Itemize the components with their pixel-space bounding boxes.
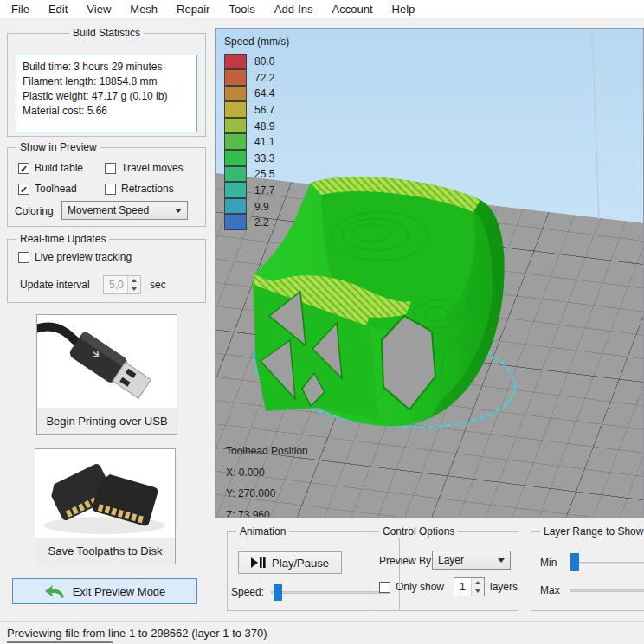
speed-legend-title: Speed (mm/s) [224,35,289,48]
control-options-group: Control Options Preview By Layer Only sh… [370,531,518,611]
coloring-label: Coloring [15,205,54,217]
legend-swatch [224,198,247,215]
legend-row: 9.9 [224,198,289,215]
toolhead-position-title: Toolhead Position [226,444,308,460]
chevron-down-icon [498,558,505,563]
toolhead-position-readout: Toolhead Position X: 0.000 Y: 270.000 Z:… [226,444,308,518]
begin-printing-usb-button[interactable]: Begin Printing over USB [36,314,177,435]
coloring-dropdown[interactable]: Movement Speed [61,201,188,220]
green-back-arrow-icon [44,584,65,599]
legend-value: 2.2 [254,216,269,229]
checkbox-only-show[interactable]: Only show [379,581,444,593]
status-bar: Previewing file from line 1 to 298662 (l… [0,621,644,644]
checkbox-toolhead-label: Toolhead [35,183,77,195]
usb-cable-image [37,315,177,408]
min-slider-groove[interactable] [570,562,644,564]
speed-legend: Speed (mm/s) 80.0 72.2 64.4 56.7 48.9 41… [224,35,289,231]
preview-3d-viewport[interactable]: Speed (mm/s) 80.0 72.2 64.4 56.7 48.9 41… [215,28,644,518]
exit-preview-mode-button[interactable]: Exit Preview Mode [12,578,197,604]
layer-range-title: Layer Range to Show [540,525,644,538]
legend-swatch [224,214,247,230]
play-pause-button[interactable]: Play/Pause [238,551,342,574]
legend-swatch [224,69,247,86]
checkbox-build-table-box[interactable]: ✓ [18,163,29,174]
max-label: Max [540,584,560,596]
menu-view[interactable]: View [77,0,120,19]
legend-value: 72.2 [254,72,274,84]
speed-slider-handle[interactable] [274,584,282,601]
build-statistics-box: Build time: 3 hours 29 minutes Filament … [16,55,197,132]
legend-swatch [224,133,247,150]
checkbox-only-show-box[interactable] [379,582,390,593]
checkbox-retractions[interactable]: Retractions [105,183,174,195]
checkbox-travel-moves[interactable]: Travel moves [105,162,184,174]
legend-row: 17.7 [224,183,289,199]
legend-value: 33.3 [254,152,274,164]
legend-row: 33.3 [224,151,289,167]
only-show-spinner[interactable]: 1 [454,577,485,596]
checkbox-toolhead-box[interactable]: ✓ [18,184,29,195]
exit-preview-mode-label: Exit Preview Mode [73,585,166,598]
legend-value: 48.9 [254,120,274,132]
checkbox-toolhead[interactable]: ✓ Toolhead [18,183,77,195]
menu-edit[interactable]: Edit [39,0,77,19]
legend-value: 17.7 [254,184,274,196]
legend-swatch [224,86,247,102]
stat-build-time: Build time: 3 hours 29 minutes [23,60,190,74]
control-options-title: Control Options [379,525,458,538]
spin-up-icon[interactable] [472,578,484,587]
max-slider-groove[interactable] [570,589,644,592]
play-pause-label: Play/Pause [272,557,329,570]
spin-up-icon[interactable] [128,276,140,285]
checkbox-travel-moves-box[interactable] [105,163,116,174]
menu-mesh[interactable]: Mesh [120,0,167,19]
checkbox-retractions-box[interactable] [105,184,116,195]
only-show-spin-buttons[interactable] [471,578,484,596]
stat-filament-length: Filament length: 18854.8 mm [23,74,190,89]
update-interval-value: 5,0 [104,276,127,293]
checkbox-travel-moves-label: Travel moves [121,162,184,174]
menu-help[interactable]: Help [383,0,425,19]
legend-value: 64.4 [254,87,274,100]
legend-row: 72.2 [224,70,289,87]
preview-by-dropdown[interactable]: Layer [432,551,511,570]
menu-addins[interactable]: Add-Ins [265,0,323,19]
toolhead-x: X: 0.000 [226,466,308,481]
show-in-preview-group: Show in Preview ✓ Build table Travel mov… [7,147,206,227]
spin-down-icon[interactable] [472,587,484,596]
checkbox-live-preview-box[interactable] [18,252,29,263]
checkbox-build-table[interactable]: ✓ Build table [18,162,83,174]
min-label: Min [540,557,557,569]
only-show-value: 1 [454,578,471,596]
preview-by-label: Preview By [379,555,431,567]
toolhead-z: Z: 73.960 [226,508,308,518]
legend-swatch [224,101,247,118]
menu-repair[interactable]: Repair [167,0,219,19]
realtime-updates-group: Real-time Updates Live preview tracking … [7,239,206,303]
menu-account[interactable]: Account [323,0,383,19]
layer-range-group: Layer Range to Show Min Max [531,531,644,611]
legend-value: 41.1 [254,136,274,148]
legend-row: 64.4 [224,86,289,102]
stat-plastic-weight: Plastic weight: 47.17 g (0.10 lb) [23,89,190,104]
update-interval-spinner[interactable]: 5,0 [103,275,141,294]
spin-down-icon[interactable] [128,285,140,293]
preview-by-value: Layer [438,554,493,566]
save-toolpaths-button[interactable]: Save Toolpaths to Disk [35,448,176,564]
legend-row: 41.1 [224,134,289,151]
menu-tools[interactable]: Tools [219,0,264,19]
status-text: Previewing file from line 1 to 298662 (l… [7,627,267,640]
legend-value: 56.7 [254,104,274,116]
min-slider-handle[interactable] [570,553,579,571]
checkbox-live-preview[interactable]: Live preview tracking [18,251,132,263]
layers-label: layers [490,581,518,593]
legend-row: 80.0 [224,54,289,70]
legend-value: 9.9 [254,201,269,213]
toolhead-y: Y: 270.000 [226,486,308,502]
update-interval-spin-buttons[interactable] [127,276,140,293]
menu-file[interactable]: File [2,0,39,19]
build-statistics-group: Build Statistics Build time: 3 hours 29 … [7,33,206,137]
legend-swatch [224,54,247,70]
chevron-down-icon [175,209,182,213]
status-progress-mark [7,641,113,643]
